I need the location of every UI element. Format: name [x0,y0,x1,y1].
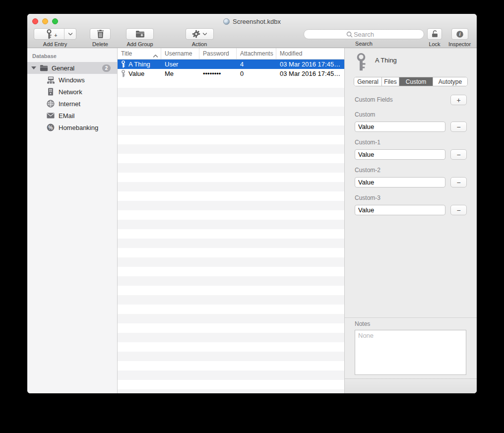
entry-table: TitleUsernamePasswordAttachmentsModified… [118,48,345,393]
custom-field-label-custom-2: Custom-2 [355,167,380,174]
table-empty-row [118,305,344,314]
tab-autotype[interactable]: Autotype [433,77,467,86]
inspector-tabs: GeneralFilesCustomAutotype [354,77,468,86]
add-entry-button[interactable]: + [34,28,76,40]
tab-general[interactable]: General [354,77,382,86]
add-group-label: Add Group [126,41,153,47]
search-input[interactable] [304,29,424,39]
sidebar-item-windows[interactable]: Windows [27,74,117,86]
gear-icon [192,30,200,38]
delete-label: Delete [92,41,108,47]
table-empty-row [118,88,344,97]
table-empty-row [118,380,344,389]
cell-title: Value [118,69,161,78]
sidebar-item-general[interactable]: General 2 [27,62,117,74]
table-empty-row [118,107,344,116]
notes-label: Notes [355,320,370,327]
custom-field-label-custom-1: Custom-1 [355,139,380,146]
tab-files[interactable]: Files [382,77,399,86]
add-entry-label: Add Entry [43,41,67,47]
table-empty-row [118,116,344,125]
globe-icon [46,100,55,108]
sort-ascending-icon [153,52,158,59]
table-empty-row [118,342,344,352]
table-empty-row [118,361,344,371]
table-empty-row [118,135,344,144]
add-group-button[interactable] [126,28,154,40]
folder-plus-icon [135,30,145,38]
sidebar-item-internet[interactable]: Internet [27,98,117,110]
custom-field-input-custom-1[interactable] [355,149,445,160]
table-row-value[interactable]: ValueMe••••••••003 Mar 2016 17:45… [118,69,344,78]
server-icon [46,88,55,96]
sidebar-item-label: Windows [59,76,85,84]
column-header-attachments[interactable]: Attachments [237,48,276,59]
key-plus-icon [46,29,52,39]
table-empty-row [118,201,344,210]
add-entry-dropdown[interactable] [64,29,76,39]
svg-text:%: % [49,125,53,130]
table-empty-row [118,314,344,323]
lock-label: Lock [429,41,440,47]
table-empty-row [118,257,344,267]
sidebar-item-email[interactable]: EMail [27,110,117,122]
table-row-a-thing[interactable]: A ThingUser403 Mar 2016 17:45… [118,60,344,69]
cell-title: A Thing [118,60,161,69]
cell-password: •••••••• [199,69,237,78]
remove-field-button[interactable]: − [450,177,467,187]
action-button[interactable] [186,28,214,40]
custom-field-input-custom-2[interactable] [355,177,445,187]
table-empty-row [118,389,344,393]
document-icon [223,18,230,25]
entry-title: A Thing [375,57,397,64]
inspector-button[interactable]: i [451,28,468,40]
remove-field-button[interactable]: − [450,149,467,160]
column-header-title[interactable]: Title [118,48,161,59]
lock-button[interactable] [427,28,442,40]
column-header-modified[interactable]: Modified [276,48,344,59]
workstation-icon [46,76,55,84]
sidebar-item-homebanking[interactable]: %Homebanking [27,122,117,133]
envelope-icon [46,113,55,119]
table-header-row: TitleUsernamePasswordAttachmentsModified [118,48,344,60]
divider [345,317,477,318]
sidebar-item-network[interactable]: Network [27,86,117,98]
disclosure-triangle-icon[interactable] [31,66,36,69]
trash-icon [97,30,104,38]
notes-textarea[interactable] [355,330,466,375]
search-label: Search [355,41,373,47]
table-empty-row [118,154,344,163]
tab-custom[interactable]: Custom [399,77,433,86]
cell-attachments: 4 [237,60,276,69]
remove-field-button[interactable]: − [450,205,467,215]
lock-open-icon [431,30,439,38]
custom-field-label-custom-3: Custom-3 [355,194,380,201]
table-empty-row [118,239,344,248]
group-count-badge: 2 [102,64,111,72]
delete-button[interactable] [90,28,111,40]
column-header-password[interactable]: Password [199,48,237,59]
table-empty-row [118,78,344,88]
table-empty-row [118,276,344,286]
table-empty-row [118,173,344,182]
cell-modified: 03 Mar 2016 17:45… [276,60,344,69]
custom-field-input-custom[interactable] [355,122,445,132]
column-header-username[interactable]: Username [161,48,199,59]
folder-icon [40,64,48,71]
add-field-button[interactable]: + [450,95,467,105]
table-empty-row [118,97,344,107]
cell-username: User [161,60,199,69]
table-empty-row [118,333,344,342]
window-chrome: Screenshot.kdbx + Add Entry [27,14,477,48]
cell-modified: 03 Mar 2016 17:45… [276,69,344,78]
desktop-background: Screenshot.kdbx + Add Entry [0,0,504,433]
inspector-label: Inspector [448,41,471,47]
table-empty-row [118,295,344,305]
remove-field-button[interactable]: − [450,122,467,132]
table-empty-row [118,229,344,239]
window-title: Screenshot.kdbx [233,18,281,25]
sidebar-item-label: Homebanking [59,124,98,131]
custom-field-input-custom-3[interactable] [355,205,445,215]
sidebar-item-label: EMail [59,112,75,120]
sidebar-item-label: Internet [59,100,80,108]
